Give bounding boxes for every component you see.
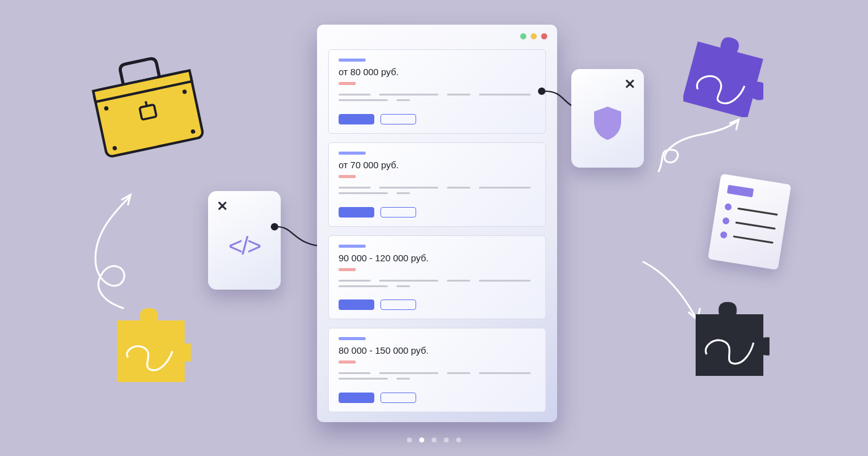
svg-point-8 [271,224,278,230]
checklist-illustration [708,174,791,270]
carousel-dots [407,438,461,442]
listing-card: 90 000 - 120 000 руб. [328,235,546,320]
close-icon[interactable]: ✕ [217,198,228,214]
popup-shield-card: ✕ [571,69,644,168]
salary-text: 90 000 - 120 000 руб. [339,253,536,263]
carousel-dot[interactable] [444,438,449,442]
listing-card: от 70 000 руб. [328,142,546,227]
puzzle-purple-illustration [683,37,763,117]
briefcase-illustration [80,49,215,173]
carousel-dot[interactable] [456,438,461,442]
arrow-right-top-illustration [653,116,745,184]
listing-card: от 80 000 руб. [328,49,546,134]
carousel-dot[interactable] [432,438,436,442]
carousel-dot[interactable] [407,438,412,442]
puzzle-black-illustration [689,302,770,382]
salary-text: от 80 000 руб. [339,67,536,77]
svg-line-3 [146,101,147,106]
shield-icon [588,103,627,145]
browser-window: от 80 000 руб. от 70 000 руб. 90 000 - 1… [317,25,557,422]
secondary-button[interactable] [380,114,416,124]
svg-point-9 [539,88,545,94]
puzzle-yellow-illustration [111,308,191,388]
window-dot-yellow [531,33,537,39]
window-controls [520,33,547,39]
window-dot-green [520,33,526,39]
primary-button[interactable] [339,114,374,124]
primary-button[interactable] [339,393,374,403]
salary-text: 80 000 - 150 000 руб. [339,345,536,356]
salary-text: от 70 000 руб. [339,160,536,170]
primary-button[interactable] [339,299,374,310]
listing-card: 80 000 - 150 000 руб. [328,328,546,412]
carousel-dot-active[interactable] [419,438,424,442]
primary-button[interactable] [339,207,374,218]
arrow-left-illustration [62,185,160,320]
code-icon: </> [228,232,260,260]
secondary-button[interactable] [380,393,416,403]
window-dot-red [541,33,547,39]
secondary-button[interactable] [380,299,416,310]
close-icon[interactable]: ✕ [624,76,635,92]
svg-rect-2 [140,105,157,120]
secondary-button[interactable] [380,207,416,218]
